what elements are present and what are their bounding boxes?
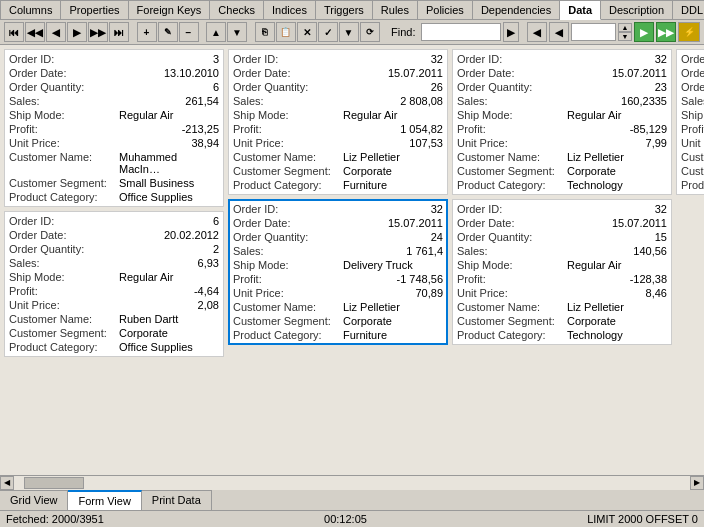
value-profit: -213,25: [119, 123, 219, 135]
prev-button[interactable]: ◀: [46, 22, 66, 42]
value-prod-cat: Furniture: [343, 179, 443, 191]
tab-dependencies[interactable]: Dependencies: [473, 0, 560, 19]
find-go-button[interactable]: ▶: [503, 22, 519, 42]
record-card-partial[interactable]: Order Order Order Sales Ship M… Profit: …: [676, 49, 704, 195]
limit-up-button[interactable]: ▲: [618, 23, 632, 32]
refresh-button[interactable]: ⟳: [360, 22, 380, 42]
first-button[interactable]: ⏮: [4, 22, 24, 42]
last-button[interactable]: ⏭: [109, 22, 129, 42]
record-card[interactable]: Order ID:6 Order Date:20.02.2012 Order Q…: [4, 211, 224, 357]
label-order-qty: Order Quantity:: [9, 81, 119, 93]
label-ship-mode: Ship Mode:: [9, 271, 119, 283]
label-prod-cat: Product Category:: [457, 329, 567, 341]
label-cust-name: Customer Name:: [233, 151, 343, 163]
record-card-selected[interactable]: Order ID:32 Order Date:15.07.2011 Order …: [228, 199, 448, 345]
value-order-qty: 6: [119, 81, 219, 93]
label-cust2: Custo…: [681, 151, 704, 163]
tab-form-view[interactable]: Form View: [68, 490, 141, 510]
record-card[interactable]: Order ID:32 Order Date:15.07.2011 Order …: [452, 49, 672, 195]
nav-prev-button[interactable]: ◀: [527, 22, 547, 42]
tab-policies[interactable]: Policies: [418, 0, 473, 19]
tab-data[interactable]: Data: [560, 0, 601, 20]
label-ship-mode: Ship Mode:: [233, 109, 343, 121]
tab-foreign-keys[interactable]: Foreign Keys: [129, 0, 211, 19]
value-order-qty: 23: [567, 81, 667, 93]
label-order-qty: Order Quantity:: [233, 81, 343, 93]
value-ship-mode: Regular Air: [343, 109, 443, 121]
extra-button[interactable]: ⚡: [678, 22, 700, 42]
value-unit-price: 7,99: [567, 137, 667, 149]
value-cust-name: Liz Pelletier: [343, 301, 443, 313]
value-profit: -85,129: [567, 123, 667, 135]
value-unit-price: 70,89: [343, 287, 443, 299]
tab-grid-view[interactable]: Grid View: [0, 490, 68, 510]
records-column-2: Order ID:32 Order Date:15.07.2011 Order …: [452, 49, 672, 471]
tab-properties[interactable]: Properties: [61, 0, 128, 19]
label-ship-mode: Ship Mode:: [457, 259, 567, 271]
value-cust-name: Ruben Dartt: [119, 313, 219, 325]
paste-button[interactable]: 📋: [276, 22, 296, 42]
value-cust-seg: Corporate: [343, 315, 443, 327]
cancel-button[interactable]: ✕: [297, 22, 317, 42]
label-cust-name: Customer Name:: [9, 313, 119, 325]
tab-columns[interactable]: Columns: [0, 0, 61, 19]
label-order-date: Order Date:: [9, 67, 119, 79]
value-profit: -128,38: [567, 273, 667, 285]
label-profit: Profit:: [233, 273, 343, 285]
nav-next-button[interactable]: ▶: [634, 22, 654, 42]
label-cust-seg: Customer Segment:: [457, 165, 567, 177]
scroll-thumb[interactable]: [24, 477, 84, 489]
value-sales: 261,54: [119, 95, 219, 107]
move-up-button[interactable]: ▲: [206, 22, 226, 42]
save-button[interactable]: ✓: [318, 22, 338, 42]
delete-button[interactable]: −: [179, 22, 199, 42]
next-button[interactable]: ▶: [67, 22, 87, 42]
horizontal-scrollbar[interactable]: ◀ ▶: [0, 475, 704, 489]
label-unit-price: Unit Price:: [9, 299, 119, 311]
tab-triggers[interactable]: Triggers: [316, 0, 373, 19]
value-sales: 160,2335: [567, 95, 667, 107]
label-cust-name: Customer Name:: [457, 151, 567, 163]
value-ship-mode: Regular Air: [567, 109, 667, 121]
value-order-qty: 15: [567, 231, 667, 243]
next-fast-button[interactable]: ▶▶: [88, 22, 108, 42]
value-prod-cat: Technology: [567, 329, 667, 341]
value-sales: 1 761,4: [343, 245, 443, 257]
value-order-date: 15.07.2011: [567, 67, 667, 79]
label-order3: Order: [681, 81, 704, 93]
tab-ddl[interactable]: DDL: [673, 0, 704, 19]
find-input[interactable]: [421, 23, 501, 41]
tab-indices[interactable]: Indices: [264, 0, 316, 19]
form-view: Order ID:3 Order Date:13.10.2010 Order Q…: [0, 45, 704, 475]
filter-button[interactable]: ▼: [339, 22, 359, 42]
label-sales: Sales:: [233, 245, 343, 257]
tab-rules[interactable]: Rules: [373, 0, 418, 19]
record-card[interactable]: Order ID:32 Order Date:15.07.2011 Order …: [452, 199, 672, 345]
scroll-track[interactable]: [14, 476, 690, 490]
label-sales2: Sales: [681, 95, 704, 107]
label-profit: Profit:: [233, 123, 343, 135]
label-custseg2: Custo…: [681, 165, 704, 177]
tab-checks[interactable]: Checks: [210, 0, 264, 19]
prev-fast-button[interactable]: ◀◀: [25, 22, 45, 42]
scroll-right-button[interactable]: ▶: [690, 476, 704, 490]
label-order-id: Order ID:: [457, 53, 567, 65]
value-cust-seg: Corporate: [567, 165, 667, 177]
nav-prev2-button[interactable]: ◀: [549, 22, 569, 42]
limit-down-button[interactable]: ▼: [618, 32, 632, 41]
record-card[interactable]: Order ID:32 Order Date:15.07.2011 Order …: [228, 49, 448, 195]
records-column-0: Order ID:3 Order Date:13.10.2010 Order Q…: [4, 49, 224, 471]
edit-button[interactable]: ✎: [158, 22, 178, 42]
value-ship-mode: Regular Air: [119, 109, 219, 121]
move-down-button[interactable]: ▼: [227, 22, 247, 42]
tab-description[interactable]: Description: [601, 0, 673, 19]
label-prod-cat: Product Category:: [9, 191, 119, 203]
scroll-left-button[interactable]: ◀: [0, 476, 14, 490]
record-card[interactable]: Order ID:3 Order Date:13.10.2010 Order Q…: [4, 49, 224, 207]
add-button[interactable]: +: [137, 22, 157, 42]
nav-next2-button[interactable]: ▶▶: [656, 22, 676, 42]
copy-button[interactable]: ⎘: [255, 22, 275, 42]
tab-print-data[interactable]: Print Data: [142, 490, 212, 510]
limit-input[interactable]: 2000: [571, 23, 616, 41]
value-sales: 6,93: [119, 257, 219, 269]
